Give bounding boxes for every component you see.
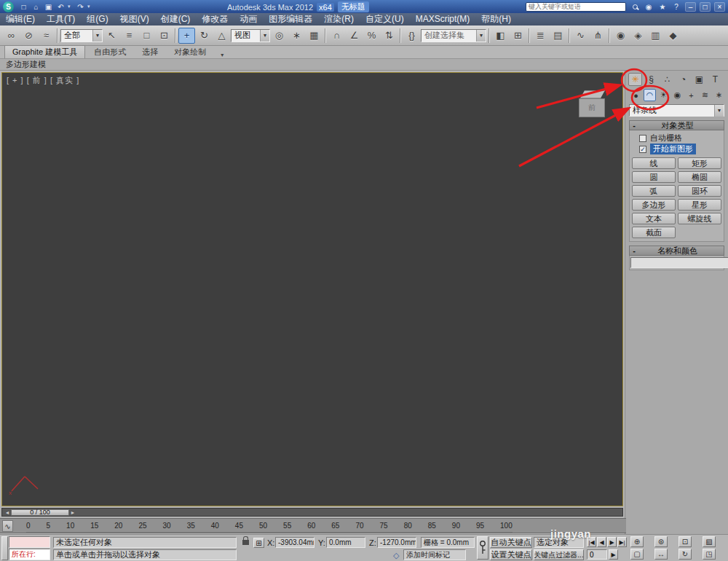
chevron-down-icon[interactable]: ▾	[92, 30, 102, 42]
rectangle-button[interactable]: 矩形	[678, 157, 721, 169]
listener-splitter[interactable]	[1, 536, 8, 560]
orbit-icon[interactable]: ↻	[678, 549, 692, 560]
help-icon[interactable]: ?	[671, 1, 681, 12]
new-file-icon[interactable]: □	[18, 1, 29, 12]
undo-icon[interactable]: ↶	[55, 1, 66, 12]
tab-hierarchy-icon[interactable]: ∴	[660, 73, 674, 86]
pan-icon[interactable]: ↔	[654, 549, 668, 560]
keyboard-override-icon[interactable]: ▦	[306, 28, 323, 44]
chevron-down-icon[interactable]: ▾	[476, 30, 486, 42]
start-new-shape-checkbox[interactable]: ✓	[639, 146, 646, 153]
chevron-down-icon[interactable]: ▾	[260, 30, 269, 42]
select-and-manipulate-icon[interactable]: ∗	[288, 28, 305, 44]
favorites-icon[interactable]: ★	[657, 1, 668, 12]
search-icon[interactable]	[630, 1, 640, 12]
zoom-all-icon[interactable]: ⊛	[654, 536, 668, 547]
material-editor-icon[interactable]: ◉	[612, 28, 629, 44]
viewcube[interactable]: 前	[576, 90, 609, 119]
menu-maxscript[interactable]: MAXScript(M)	[410, 13, 476, 26]
menu-modifiers[interactable]: 修改器	[196, 13, 234, 26]
auto-key-button[interactable]: 自动关键点	[490, 537, 532, 548]
redo-icon[interactable]: ↷	[75, 1, 86, 12]
select-and-rotate-icon[interactable]: ↻	[196, 28, 213, 44]
shapes-icon[interactable]: ◠	[644, 89, 656, 101]
object-name-field[interactable]	[630, 257, 728, 268]
select-and-move-icon[interactable]: +	[178, 28, 195, 44]
section-button[interactable]: 截面	[632, 227, 676, 238]
schematic-view-icon[interactable]: ⋔	[590, 28, 606, 44]
mini-curve-editor-icon[interactable]: ∿	[2, 520, 13, 532]
y-coordinate-field[interactable]: 0.0mm	[326, 537, 365, 548]
render-setup-icon[interactable]: ◈	[630, 28, 646, 44]
spinner-snap-icon[interactable]: ⇅	[381, 28, 397, 44]
time-slider[interactable]: ◄ 0 / 100 ►	[1, 508, 623, 517]
tab-motion-icon[interactable]: ◔	[676, 73, 690, 86]
menu-edit[interactable]: 编辑(E)	[0, 13, 41, 26]
menu-views[interactable]: 视图(V)	[114, 13, 155, 26]
frame-forward-icon[interactable]: ►	[69, 510, 76, 515]
donut-button[interactable]: 圆环	[678, 185, 721, 197]
select-and-scale-icon[interactable]: △	[213, 28, 230, 44]
viewcube-front-face[interactable]: 前	[579, 98, 605, 117]
lights-icon[interactable]: ☀	[657, 89, 670, 101]
app-logo-icon[interactable]: S	[3, 1, 14, 12]
ellipse-button[interactable]: 椭圆	[678, 171, 721, 183]
undo-dropdown-icon[interactable]: ▾	[68, 4, 74, 9]
track-bar[interactable]: ∿ 0 5 10 15 20 25 30 35 40 45 50 55 60 6…	[0, 518, 626, 533]
menu-help[interactable]: 帮助(H)	[475, 13, 517, 26]
circle-button[interactable]: 圆	[632, 171, 676, 183]
tab-utilities-icon[interactable]: T	[708, 73, 722, 86]
set-key-button[interactable]	[477, 536, 488, 560]
select-object-icon[interactable]: ↖	[103, 28, 120, 44]
selection-lock-icon[interactable]	[240, 537, 251, 548]
menu-group[interactable]: 组(G)	[81, 13, 114, 26]
maxscript-mini-listener[interactable]: 所在行:	[9, 549, 50, 560]
menu-customize[interactable]: 自定义(U)	[360, 13, 410, 26]
next-frame-icon[interactable]: ▶	[609, 549, 618, 560]
ribbon-panel-polygon-modeling[interactable]: 多边形建模	[6, 59, 46, 70]
open-file-icon[interactable]: ⌂	[31, 1, 41, 12]
chevron-down-icon[interactable]: ▾	[714, 105, 724, 117]
tab-display-icon[interactable]: ▣	[692, 73, 706, 86]
systems-icon[interactable]: ∗	[713, 89, 725, 101]
tab-create-icon[interactable]: ✳	[628, 73, 642, 86]
x-coordinate-field[interactable]: -3903.04mm	[275, 537, 314, 548]
viewcube-top-face[interactable]	[580, 90, 605, 98]
render-production-icon[interactable]: ◆	[665, 28, 681, 44]
name-color-header[interactable]: - 名称和颜色	[629, 246, 724, 256]
selection-region-icon[interactable]: □	[138, 28, 155, 44]
communication-center-icon[interactable]: ◉	[644, 1, 654, 12]
tab-selection[interactable]: 选择	[135, 46, 165, 58]
percent-snap-icon[interactable]: %	[363, 28, 380, 44]
redo-dropdown-icon[interactable]: ▾	[87, 4, 93, 9]
helpers-icon[interactable]: +	[685, 89, 697, 101]
menu-create[interactable]: 创建(C)	[155, 13, 197, 26]
zoom-extents-icon[interactable]: ⊡	[678, 536, 692, 547]
ribbon-options-icon[interactable]: ▾	[215, 52, 229, 58]
snap-toggle-icon[interactable]: ∩	[328, 28, 345, 44]
absolute-mode-icon[interactable]: ⊞	[253, 538, 264, 548]
line-button[interactable]: 线	[632, 157, 676, 169]
field-of-view-icon[interactable]: ▢	[630, 549, 644, 560]
autogrid-checkbox[interactable]	[639, 135, 646, 142]
current-frame-field[interactable]	[587, 549, 607, 560]
layer-manager-icon[interactable]: ≣	[532, 28, 549, 44]
curve-editor-icon[interactable]: ∿	[572, 28, 589, 44]
selection-filter-dropdown[interactable]: 全部 ▾	[60, 29, 103, 42]
window-crossing-icon[interactable]: ⊡	[156, 28, 173, 44]
tab-graphite-modeling[interactable]: Graphite 建模工具	[4, 45, 85, 58]
align-icon[interactable]: ⊞	[510, 28, 526, 44]
collapse-icon[interactable]: -	[630, 121, 638, 130]
select-by-name-icon[interactable]: ≡	[121, 28, 138, 44]
menu-animation[interactable]: 动画	[234, 13, 263, 26]
rendered-frame-window-icon[interactable]: ▥	[647, 28, 664, 44]
ngon-button[interactable]: 多边形	[632, 199, 676, 211]
select-and-link-icon[interactable]: ∞	[3, 28, 20, 44]
reference-coordinate-dropdown[interactable]: 视图 ▾	[231, 29, 270, 42]
use-pivot-center-icon[interactable]: ◎	[271, 28, 288, 44]
minimize-button[interactable]: –	[685, 2, 696, 12]
viewport[interactable]: [ + ] [ 前 ] [ 真实 ] 前 x	[1, 72, 623, 506]
mirror-icon[interactable]: ◧	[492, 28, 509, 44]
shape-category-dropdown[interactable]: 样条线 ▾	[629, 104, 724, 117]
play-icon[interactable]: ▶	[607, 537, 617, 547]
